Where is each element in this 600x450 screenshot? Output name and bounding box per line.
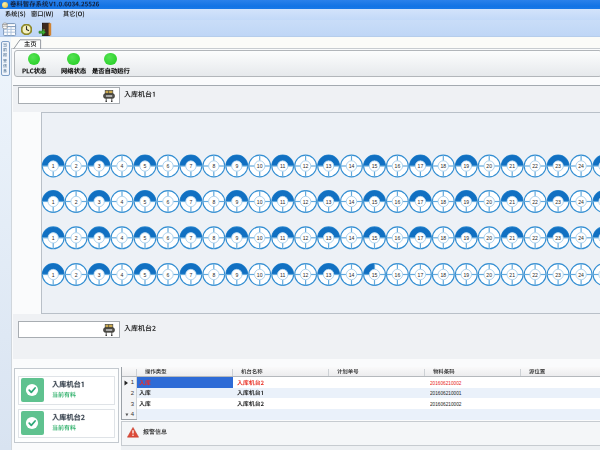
svg-text:1: 1 xyxy=(51,198,54,204)
svg-text:3: 3 xyxy=(97,234,100,240)
svg-text:12: 12 xyxy=(302,198,308,204)
svg-text:23: 23 xyxy=(555,198,561,204)
svg-text:5: 5 xyxy=(143,234,146,240)
svg-text:3: 3 xyxy=(97,163,100,169)
svg-text:17: 17 xyxy=(417,163,423,169)
svg-text:6: 6 xyxy=(166,234,169,240)
svg-text:1: 1 xyxy=(51,271,54,277)
svg-text:201606210002: 201606210002 xyxy=(430,379,462,386)
svg-text:12: 12 xyxy=(302,163,308,169)
svg-text:22: 22 xyxy=(532,163,538,169)
svg-text:7: 7 xyxy=(189,271,192,277)
svg-text:17: 17 xyxy=(417,198,423,204)
svg-text:17: 17 xyxy=(417,271,423,277)
svg-text:10: 10 xyxy=(256,163,262,169)
svg-text:16: 16 xyxy=(394,234,400,240)
svg-text:22: 22 xyxy=(532,234,538,240)
svg-text:10: 10 xyxy=(256,234,262,240)
svg-text:21: 21 xyxy=(509,163,515,169)
svg-text:23: 23 xyxy=(555,271,561,277)
svg-text:4: 4 xyxy=(120,163,123,169)
svg-text:22: 22 xyxy=(532,198,538,204)
svg-text:10: 10 xyxy=(256,271,262,277)
svg-text:4: 4 xyxy=(120,198,123,204)
svg-text:8: 8 xyxy=(212,163,215,169)
svg-text:4: 4 xyxy=(120,234,123,240)
svg-text:24: 24 xyxy=(578,271,584,277)
svg-text:2: 2 xyxy=(74,163,77,169)
svg-text:14: 14 xyxy=(348,198,354,204)
svg-text:17: 17 xyxy=(417,234,423,240)
svg-text:5: 5 xyxy=(143,163,146,169)
svg-text:18: 18 xyxy=(440,198,446,204)
svg-text:24: 24 xyxy=(578,198,584,204)
svg-text:16: 16 xyxy=(394,271,400,277)
svg-text:24: 24 xyxy=(578,234,584,240)
svg-text:6: 6 xyxy=(166,198,169,204)
svg-text:12: 12 xyxy=(302,234,308,240)
svg-text:14: 14 xyxy=(348,163,354,169)
svg-text:12: 12 xyxy=(302,271,308,277)
svg-text:18: 18 xyxy=(440,234,446,240)
svg-text:23: 23 xyxy=(555,234,561,240)
svg-text:20: 20 xyxy=(486,163,492,169)
svg-text:22: 22 xyxy=(532,271,538,277)
svg-text:11: 11 xyxy=(280,271,285,277)
svg-text:2: 2 xyxy=(74,271,77,277)
svg-text:20: 20 xyxy=(486,234,492,240)
svg-text:14: 14 xyxy=(348,271,354,277)
svg-text:16: 16 xyxy=(394,163,400,169)
svg-text:16: 16 xyxy=(394,198,400,204)
svg-text:23: 23 xyxy=(555,163,561,169)
svg-text:13: 13 xyxy=(325,198,331,204)
svg-text:13: 13 xyxy=(325,163,331,169)
svg-text:18: 18 xyxy=(440,163,446,169)
svg-text:19: 19 xyxy=(463,163,469,169)
svg-text:11: 11 xyxy=(280,163,285,169)
svg-text:8: 8 xyxy=(212,234,215,240)
svg-text:18: 18 xyxy=(440,271,446,277)
svg-text:11: 11 xyxy=(280,198,285,204)
svg-text:3: 3 xyxy=(97,271,100,277)
svg-text:21: 21 xyxy=(509,271,515,277)
svg-text:19: 19 xyxy=(463,234,469,240)
svg-text:19: 19 xyxy=(463,198,469,204)
svg-text:6: 6 xyxy=(166,163,169,169)
svg-text:19: 19 xyxy=(463,271,469,277)
svg-text:201606210002: 201606210002 xyxy=(430,400,462,407)
svg-text:1: 1 xyxy=(51,234,54,240)
svg-text:5: 5 xyxy=(143,271,146,277)
svg-text:9: 9 xyxy=(235,234,238,240)
svg-text:13: 13 xyxy=(325,234,331,240)
svg-text:6: 6 xyxy=(166,271,169,277)
svg-text:9: 9 xyxy=(235,163,238,169)
svg-text:2: 2 xyxy=(74,234,77,240)
svg-text:8: 8 xyxy=(212,271,215,277)
svg-text:9: 9 xyxy=(235,271,238,277)
svg-text:20: 20 xyxy=(486,198,492,204)
svg-text:15: 15 xyxy=(371,271,377,277)
svg-text:13: 13 xyxy=(325,271,331,277)
svg-text:14: 14 xyxy=(348,234,354,240)
svg-text:15: 15 xyxy=(371,198,377,204)
svg-text:7: 7 xyxy=(189,163,192,169)
svg-text:24: 24 xyxy=(578,163,584,169)
svg-text:2: 2 xyxy=(74,198,77,204)
svg-text:15: 15 xyxy=(371,234,377,240)
svg-text:5: 5 xyxy=(143,198,146,204)
svg-text:15: 15 xyxy=(371,163,377,169)
svg-text:11: 11 xyxy=(280,234,285,240)
svg-text:10: 10 xyxy=(256,198,262,204)
svg-text:7: 7 xyxy=(189,198,192,204)
svg-text:8: 8 xyxy=(212,198,215,204)
svg-text:7: 7 xyxy=(189,234,192,240)
svg-text:9: 9 xyxy=(235,198,238,204)
svg-text:21: 21 xyxy=(509,198,515,204)
svg-text:21: 21 xyxy=(509,234,515,240)
svg-text:3: 3 xyxy=(97,198,100,204)
svg-text:1: 1 xyxy=(51,163,54,169)
svg-text:201606210001: 201606210001 xyxy=(430,389,462,396)
svg-text:4: 4 xyxy=(120,271,123,277)
svg-text:20: 20 xyxy=(486,271,492,277)
